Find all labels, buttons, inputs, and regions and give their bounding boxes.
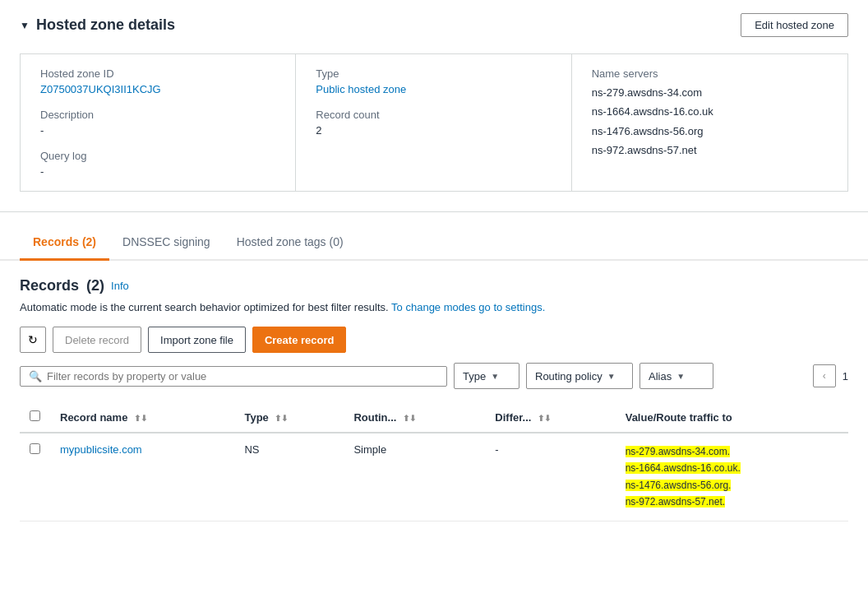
- record-name-cell: mypublicsite.com: [50, 433, 234, 521]
- search-container: 🔍: [20, 366, 447, 387]
- query-log-value: -: [40, 165, 275, 178]
- value-0: ns-279.awsdns-34.com.: [626, 446, 730, 457]
- value-2: ns-1476.awsdns-56.org.: [626, 480, 732, 491]
- value-1: ns-1664.awsdns-16.co.uk.: [626, 462, 741, 474]
- select-all-checkbox-header: [20, 402, 50, 433]
- name-server-3: ns-1476.awsdns-56.org: [592, 122, 828, 141]
- tab-hosted-zone-tags[interactable]: Hosted zone tags (0): [224, 225, 357, 261]
- query-log-label: Query log: [40, 150, 275, 162]
- differ-cell: -: [485, 433, 615, 521]
- name-server-4: ns-972.awsdns-57.net: [592, 141, 828, 160]
- select-all-checkbox[interactable]: [30, 410, 40, 421]
- page-wrapper: ▼ Hosted zone details Edit hosted zone H…: [0, 0, 868, 598]
- hosted-zone-id-label: Hosted zone ID: [40, 67, 275, 80]
- col-differ: Differ... ⬆⬇: [485, 402, 615, 433]
- records-section: Records (2) Info Automatic mode is the c…: [0, 261, 868, 538]
- edit-hosted-zone-button[interactable]: Edit hosted zone: [741, 13, 848, 37]
- auto-mode-text: Automatic mode is the current search beh…: [20, 301, 848, 313]
- change-modes-link[interactable]: To change modes go to settings.: [391, 301, 545, 313]
- col-type: Type ⬆⬇: [234, 402, 344, 433]
- pagination-controls: ‹ 1: [813, 364, 848, 387]
- row-checkbox[interactable]: [30, 443, 40, 454]
- col-value: Value/Route traffic to: [616, 402, 848, 433]
- value-cell: ns-279.awsdns-34.com. ns-1664.awsdns-16.…: [616, 433, 848, 521]
- actions-row: ↻ Delete record Import zone file Create …: [20, 327, 848, 353]
- tabs-section: Records (2) DNSSEC signing Hosted zone t…: [0, 225, 868, 261]
- tabs-list: Records (2) DNSSEC signing Hosted zone t…: [20, 225, 848, 259]
- type-label: Type: [316, 67, 551, 80]
- records-table: Record name ⬆⬇ Type ⬆⬇ Routin... ⬆⬇ Diff…: [20, 402, 848, 522]
- hosted-zone-section: ▼ Hosted zone details Edit hosted zone H…: [0, 0, 868, 212]
- type-dropdown-chevron: ▼: [491, 372, 499, 381]
- tab-records[interactable]: Records (2): [20, 225, 109, 261]
- row-checkbox-cell: [20, 433, 50, 521]
- tab-dnssec[interactable]: DNSSEC signing: [109, 225, 224, 261]
- hosted-zone-title-text: Hosted zone details: [36, 16, 175, 34]
- create-record-button[interactable]: Create record: [252, 327, 347, 353]
- hosted-zone-header: ▼ Hosted zone details Edit hosted zone: [20, 13, 848, 37]
- name-server-2: ns-1664.awsdns-16.co.uk: [592, 102, 828, 121]
- table-row: mypublicsite.com NS Simple - ns-279.awsd…: [20, 433, 848, 521]
- type-sort-icon[interactable]: ⬆⬇: [275, 414, 288, 423]
- description-value: -: [40, 124, 275, 137]
- alias-dropdown[interactable]: Alias ▼: [639, 363, 713, 389]
- type-cell: NS: [234, 433, 344, 521]
- name-server-1: ns-279.awsdns-34.com: [592, 83, 828, 102]
- info-link[interactable]: Info: [111, 280, 129, 292]
- type-dropdown[interactable]: Type ▼: [454, 363, 519, 389]
- type-value: Public hosted zone: [316, 83, 551, 95]
- name-servers-label: Name servers: [592, 67, 828, 80]
- description-label: Description: [40, 109, 275, 121]
- filter-row: 🔍 Type ▼ Routing policy ▼ Alias ▼ ‹ 1: [20, 363, 848, 389]
- details-grid: Hosted zone ID Z0750037UKQI3II1KCJG Desc…: [20, 53, 848, 192]
- record-name-sort-icon[interactable]: ⬆⬇: [134, 414, 147, 423]
- search-input[interactable]: [47, 370, 438, 382]
- refresh-button[interactable]: ↻: [20, 327, 46, 353]
- value-list: ns-279.awsdns-34.com. ns-1664.awsdns-16.…: [626, 443, 838, 511]
- records-header-row: Records (2) Info: [20, 277, 848, 294]
- value-3: ns-972.awsdns-57.net.: [626, 496, 725, 508]
- routing-policy-dropdown[interactable]: Routing policy ▼: [526, 363, 633, 389]
- record-name-link[interactable]: mypublicsite.com: [60, 443, 142, 456]
- delete-record-button[interactable]: Delete record: [53, 327, 141, 353]
- col-routing: Routin... ⬆⬇: [344, 402, 485, 433]
- alias-dropdown-chevron: ▼: [676, 372, 685, 381]
- search-icon: 🔍: [29, 370, 42, 382]
- routing-sort-icon[interactable]: ⬆⬇: [403, 414, 416, 423]
- import-zone-file-button[interactable]: Import zone file: [148, 327, 246, 353]
- record-count-value: 2: [316, 124, 551, 137]
- name-servers-list: ns-279.awsdns-34.com ns-1664.awsdns-16.c…: [592, 83, 828, 160]
- records-title: Records (2): [20, 277, 104, 294]
- table-header-row: Record name ⬆⬇ Type ⬆⬇ Routin... ⬆⬇ Diff…: [20, 402, 848, 433]
- differ-sort-icon[interactable]: ⬆⬇: [538, 414, 551, 423]
- routing-cell: Simple: [344, 433, 485, 521]
- details-cell-left: Hosted zone ID Z0750037UKQI3II1KCJG Desc…: [21, 54, 296, 191]
- prev-page-button[interactable]: ‹: [813, 364, 836, 387]
- hosted-zone-title: ▼ Hosted zone details: [20, 16, 175, 34]
- details-cell-middle: Type Public hosted zone Record count 2: [296, 54, 571, 191]
- collapse-icon[interactable]: ▼: [20, 20, 30, 31]
- record-count-label: Record count: [316, 109, 551, 121]
- page-number: 1: [843, 370, 848, 382]
- details-cell-right: Name servers ns-279.awsdns-34.com ns-166…: [572, 54, 847, 191]
- routing-dropdown-chevron: ▼: [607, 372, 616, 381]
- col-record-name: Record name ⬆⬇: [50, 402, 234, 433]
- hosted-zone-id-value[interactable]: Z0750037UKQI3II1KCJG: [40, 83, 275, 95]
